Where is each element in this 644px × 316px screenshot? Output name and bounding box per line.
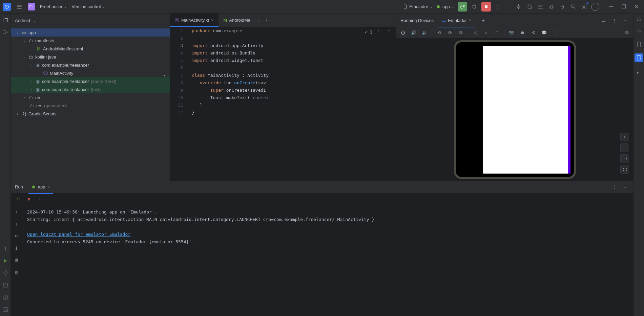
stop-icon[interactable]: ■ bbox=[25, 195, 33, 203]
tab-more-icon[interactable]: ⋮ bbox=[263, 17, 270, 24]
zoom-actual-button[interactable]: ⛶ bbox=[620, 165, 629, 174]
tree-node-package[interactable]: ⌄ ▣ com.example.freelancer bbox=[11, 61, 170, 69]
run-config-selector[interactable]: app ⌄ bbox=[436, 4, 454, 9]
minimize-window-icon[interactable]: ─ bbox=[607, 2, 616, 11]
settings-icon[interactable] bbox=[580, 3, 588, 10]
emulator-tab[interactable]: ▭ Emulador × bbox=[438, 16, 475, 24]
code-editor[interactable]: 123456 7▸ 89101112 ✔ 1 ˄ ˅ package com.e… bbox=[170, 27, 396, 181]
zoom-fit-button[interactable]: 1:1 bbox=[620, 154, 629, 163]
terminal-tool-icon[interactable] bbox=[2, 307, 8, 313]
run-gutter-icon[interactable]: ▸ bbox=[163, 72, 166, 79]
screenshot-icon[interactable]: 📷 bbox=[508, 29, 515, 37]
tree-node-android-test[interactable]: › ▣ com.example.freelancer (androidTest) bbox=[11, 77, 170, 85]
sync-icon[interactable]: ⟲ bbox=[529, 29, 537, 37]
run-tool-icon[interactable] bbox=[2, 258, 8, 264]
rotate-left-icon[interactable]: ⟲ bbox=[435, 29, 443, 37]
tree-node-res-generated[interactable]: 🗀 res (generated) bbox=[11, 101, 170, 110]
close-tab-icon[interactable]: × bbox=[47, 184, 50, 190]
tree-node-test[interactable]: › ▣ com.example.freelancer (test) bbox=[11, 85, 170, 93]
tree-node-manifest-file[interactable]: M AndroidManifest.xml bbox=[11, 45, 170, 53]
minimize-panel-icon[interactable]: ─ bbox=[622, 17, 629, 24]
update-icon[interactable] bbox=[526, 3, 534, 10]
volume-down-icon[interactable]: 🔉 bbox=[421, 29, 428, 37]
vcs-menu[interactable]: Version control ⌄ bbox=[71, 4, 105, 9]
scroll-to-end-icon[interactable]: ⤓ bbox=[13, 244, 20, 252]
structure-tool-icon[interactable] bbox=[2, 29, 8, 35]
maximize-window-icon[interactable]: ☐ bbox=[619, 2, 629, 11]
account-icon[interactable] bbox=[591, 3, 599, 11]
prev-problem-icon[interactable]: ˄ bbox=[375, 28, 382, 36]
soft-wrap-icon[interactable]: ↩ bbox=[13, 232, 20, 240]
problems-tool-icon[interactable] bbox=[2, 294, 8, 300]
running-devices-tool-icon[interactable] bbox=[635, 53, 643, 62]
gradle-tool-icon[interactable] bbox=[636, 29, 642, 35]
device-manager-icon[interactable] bbox=[636, 41, 642, 47]
up-icon[interactable]: ↑ bbox=[13, 208, 20, 215]
debug-button[interactable] bbox=[471, 3, 478, 10]
tree-node-res[interactable]: › 🗀 res bbox=[11, 93, 170, 101]
layout-inspector-icon[interactable]: ⧉ bbox=[623, 29, 630, 37]
ai-assistant-icon[interactable]: ✦ bbox=[636, 70, 642, 76]
panel-more-icon[interactable]: ⋮ bbox=[611, 183, 618, 191]
project-view-mode[interactable]: Android bbox=[15, 18, 30, 23]
emulator-viewport[interactable]: + − 1:1 ⛶ bbox=[396, 39, 633, 181]
rotate-right-icon[interactable]: ⟳ bbox=[446, 29, 454, 37]
tree-node-app[interactable]: ⌄ ▭ app bbox=[11, 28, 170, 37]
problems-count[interactable]: 1 bbox=[370, 28, 372, 36]
add-device-icon[interactable]: + bbox=[480, 17, 487, 24]
device-selector[interactable]: Emulador ⌄ bbox=[403, 4, 433, 9]
tree-node-main-activity[interactable]: Ⓒ MainActivity bbox=[11, 69, 170, 77]
fold-icon[interactable]: ⧉ bbox=[457, 29, 464, 37]
record-icon[interactable]: ⏺ bbox=[519, 29, 526, 37]
run-console[interactable]: 2024-07-10 15:49:38: Launching app on 'E… bbox=[22, 205, 633, 316]
project-tool-icon[interactable] bbox=[2, 17, 8, 23]
volume-up-icon[interactable]: 🔊 bbox=[410, 29, 417, 37]
bug-icon[interactable] bbox=[548, 3, 555, 10]
search-icon[interactable] bbox=[569, 3, 577, 10]
back-icon[interactable]: ◁ bbox=[472, 29, 479, 37]
close-tab-icon[interactable]: × bbox=[469, 18, 472, 23]
rerun-icon[interactable]: ↻ bbox=[14, 195, 22, 203]
notifications-icon[interactable] bbox=[636, 17, 642, 23]
project-selector[interactable]: FreeLancer ⌄ bbox=[40, 4, 67, 9]
tree-node-kotlin-java[interactable]: ⌄ 🗀 kotlin+java bbox=[11, 53, 170, 61]
main-menu-icon[interactable] bbox=[16, 3, 23, 10]
logcat-tool-icon[interactable] bbox=[2, 282, 8, 288]
overview-icon[interactable]: □ bbox=[493, 29, 501, 37]
code-content[interactable]: ✔ 1 ˄ ˅ package com.example import andro… bbox=[189, 27, 396, 181]
toolbar-more-icon[interactable]: ⋮ bbox=[36, 195, 43, 203]
print-icon[interactable]: 🖶 bbox=[13, 256, 20, 264]
window-mode-icon[interactable]: ▭ bbox=[600, 17, 607, 24]
home-icon[interactable]: ○ bbox=[482, 29, 490, 37]
logcat-link[interactable]: Open logcat panel for emulator Emulador bbox=[27, 232, 130, 237]
chat-icon[interactable]: 💬 bbox=[540, 29, 548, 37]
ide-logo-icon[interactable] bbox=[3, 3, 11, 11]
run-tab-app[interactable]: app × bbox=[28, 183, 53, 191]
rerun-button[interactable] bbox=[458, 2, 467, 12]
close-window-icon[interactable]: ✕ bbox=[631, 2, 641, 11]
editor-tab-android-manifest[interactable]: M AndroidMa bbox=[219, 14, 255, 27]
zoom-in-button[interactable]: + bbox=[620, 133, 629, 141]
tree-node-manifests[interactable]: ⌄ 🗀 manifests bbox=[11, 37, 170, 45]
text-tool-icon[interactable] bbox=[2, 246, 8, 252]
tree-node-gradle[interactable]: › ⛓ Gradle Scripts bbox=[11, 110, 170, 118]
more-tool-icon[interactable]: ⋯ bbox=[2, 41, 8, 47]
device-screen[interactable] bbox=[459, 46, 570, 174]
reformat-icon[interactable] bbox=[537, 3, 544, 10]
zoom-out-button[interactable]: − bbox=[620, 143, 629, 152]
down-icon[interactable]: ↓ bbox=[13, 220, 20, 227]
git-icon[interactable] bbox=[559, 3, 566, 10]
close-tab-icon[interactable]: × bbox=[211, 18, 214, 23]
more-actions-icon[interactable]: ⋮ bbox=[494, 3, 502, 10]
editor-tab-main-activity[interactable]: Ⓒ MainActivity.kt × bbox=[170, 14, 219, 27]
project-tree[interactable]: ⌄ ▭ app ⌄ 🗀 manifests M AndroidManifest.… bbox=[11, 27, 170, 119]
power-icon[interactable]: ⏻ bbox=[399, 29, 407, 37]
gem-tool-icon[interactable] bbox=[2, 270, 8, 276]
clear-icon[interactable]: 🗑 bbox=[13, 269, 20, 276]
panel-more-icon[interactable]: ⋮ bbox=[611, 17, 618, 24]
next-problem-icon[interactable]: ˅ bbox=[385, 28, 393, 36]
emulator-more-icon[interactable]: ⋮ bbox=[551, 29, 559, 37]
code-with-me-icon[interactable] bbox=[515, 3, 523, 10]
minimize-panel-icon[interactable]: ─ bbox=[622, 183, 629, 191]
tab-dropdown-icon[interactable]: ⌄ bbox=[255, 17, 263, 24]
